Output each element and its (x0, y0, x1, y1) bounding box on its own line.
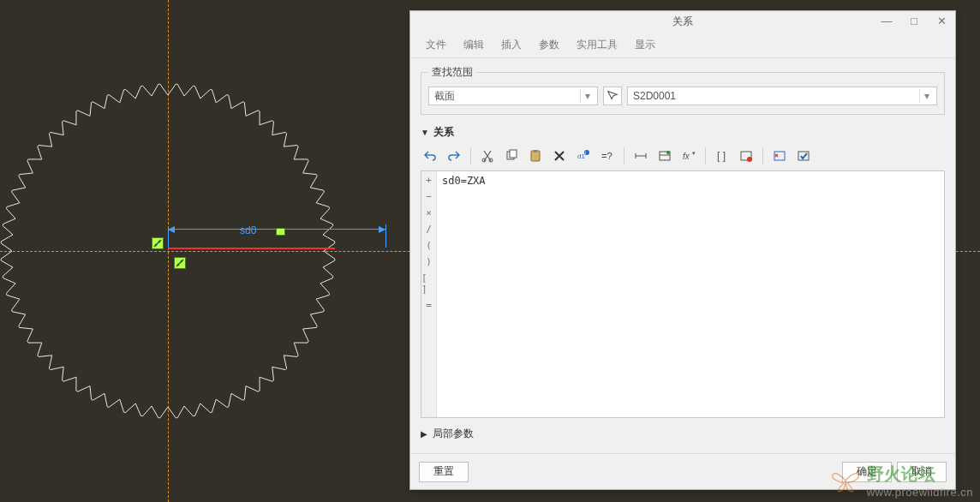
units-button[interactable]: d1i (574, 146, 593, 165)
dialog-footer: 重置 确定 取消 (410, 453, 955, 489)
titlebar[interactable]: 关系 — □ ✕ (410, 11, 955, 33)
svg-rect-28 (798, 152, 809, 160)
scope-type-value: 截面 (434, 89, 455, 104)
svg-point-26 (747, 157, 752, 162)
cancel-button[interactable]: 取消 (897, 462, 947, 482)
gutter-bracket[interactable]: [ ] (421, 272, 436, 295)
svg-point-2 (158, 241, 160, 242)
relations-section-label: 关系 (433, 125, 454, 140)
relations-editor[interactable]: sd0=ZXA (437, 171, 944, 417)
menu-display[interactable]: 显示 (628, 34, 662, 56)
gutter-rparen[interactable]: ) (426, 256, 432, 267)
gutter-eq[interactable]: = (426, 300, 432, 311)
svg-point-5 (181, 260, 182, 262)
paste-button[interactable] (526, 146, 545, 165)
chevron-down-icon: ▾ (919, 89, 933, 103)
dimension-handle[interactable] (276, 228, 285, 236)
relations-toolbar: d1i =? fx▾ [ ] (421, 145, 945, 170)
function-button[interactable]: fx▾ (679, 146, 698, 165)
dimension-extension (385, 224, 386, 248)
separator (624, 147, 624, 164)
svg-point-21 (666, 151, 670, 154)
menu-params[interactable]: 参数 (532, 34, 566, 56)
brackets-button[interactable]: [ ] (713, 146, 732, 165)
minimize-button[interactable]: — (876, 13, 897, 28)
close-button[interactable]: ✕ (931, 13, 952, 28)
relations-dialog: 关系 — □ ✕ 文件 编辑 插入 参数 实用工具 显示 查找范围 截面 ▾ (409, 10, 956, 490)
gutter-plus[interactable]: + (426, 175, 432, 186)
constraint-icon[interactable] (174, 257, 186, 269)
gutter-div[interactable]: / (426, 224, 432, 235)
gutter-lparen[interactable]: ( (426, 240, 432, 251)
svg-text:=?: =? (601, 151, 612, 161)
insert-param-button[interactable] (655, 146, 674, 165)
separator (705, 147, 706, 164)
reset-button[interactable]: 重置 (419, 462, 469, 482)
search-scope-fieldset: 查找范围 截面 ▾ S2D0001 ▾ (421, 65, 945, 115)
menu-tools[interactable]: 实用工具 (570, 34, 624, 56)
svg-rect-9 (510, 150, 517, 158)
scope-target-combo[interactable]: S2D0001 ▾ (627, 87, 937, 105)
scope-target-value: S2D0001 (633, 90, 676, 102)
constraint-icon[interactable] (152, 237, 164, 249)
pick-button[interactable] (603, 87, 622, 105)
sketch-line[interactable] (168, 248, 335, 249)
svg-text:fx: fx (683, 152, 690, 161)
separator (762, 147, 763, 164)
operator-gutter: + − × / ( ) [ ] = (421, 171, 437, 417)
scope-type-combo[interactable]: 截面 ▾ (428, 87, 598, 105)
delete-button[interactable] (550, 146, 569, 165)
gutter-times[interactable]: × (426, 207, 432, 218)
svg-text:▾: ▾ (692, 150, 696, 156)
gear-sketch[interactable] (0, 80, 339, 422)
relations-section-header[interactable]: ▼ 关系 (421, 125, 945, 140)
redo-button[interactable] (445, 146, 463, 165)
cut-button[interactable] (478, 146, 497, 165)
chevron-down-icon: ▾ (580, 89, 594, 103)
copy-button[interactable] (502, 146, 521, 165)
collapse-icon: ▼ (421, 128, 429, 137)
svg-point-1 (155, 244, 157, 246)
menu-file[interactable]: 文件 (419, 34, 453, 56)
evaluate-button[interactable]: =? (598, 146, 617, 165)
highlight-button[interactable] (737, 146, 756, 165)
undo-button[interactable] (421, 146, 439, 165)
svg-rect-11 (534, 150, 537, 152)
svg-text:[ ]: [ ] (717, 150, 726, 162)
separator (470, 147, 471, 164)
ruler-button[interactable] (631, 146, 650, 165)
dimension-label[interactable]: sd0 (240, 224, 256, 236)
search-scope-legend: 查找范围 (428, 65, 476, 80)
svg-point-4 (177, 264, 179, 266)
gutter-minus[interactable]: − (426, 191, 432, 202)
dialog-title: 关系 (410, 15, 955, 29)
sort-button[interactable] (770, 146, 789, 165)
relations-editor-wrap: + − × / ( ) [ ] = sd0=ZXA (421, 170, 945, 418)
local-params-label: 局部参数 (433, 427, 474, 441)
menubar: 文件 编辑 插入 参数 实用工具 显示 (410, 33, 955, 58)
expand-icon: ▶ (421, 429, 427, 439)
menu-edit[interactable]: 编辑 (457, 34, 491, 56)
menu-insert[interactable]: 插入 (494, 34, 529, 56)
ok-button[interactable]: 确定 (842, 462, 892, 482)
local-params-header[interactable]: ▶ 局部参数 (421, 427, 945, 441)
verify-button[interactable] (794, 146, 813, 165)
maximize-button[interactable]: □ (904, 13, 924, 28)
svg-text:i: i (585, 150, 586, 155)
